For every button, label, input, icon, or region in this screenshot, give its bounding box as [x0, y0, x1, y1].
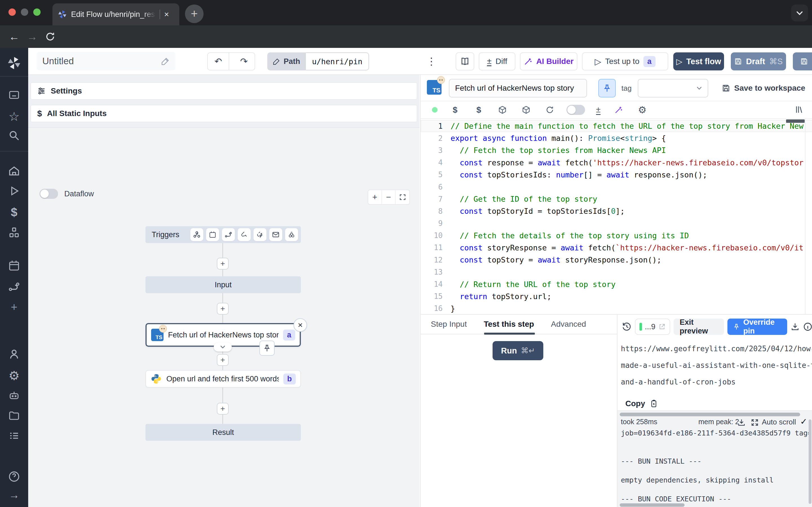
windmill-logo-icon[interactable] — [0, 56, 28, 70]
traffic-close-button[interactable] — [8, 8, 16, 16]
redo-button[interactable]: ↷ — [233, 53, 255, 70]
code-editor[interactable]: 1// Define the main function to fetch th… — [421, 119, 812, 314]
more-options-kebab-icon[interactable]: ⋮ — [423, 52, 440, 70]
code-line[interactable]: 3 // Fetch the top stories from Hacker N… — [421, 144, 812, 156]
package-icon[interactable] — [491, 106, 514, 114]
audit-logs-icon[interactable] — [0, 430, 28, 442]
new-tab-button[interactable]: + — [185, 4, 204, 23]
path-button[interactable]: Path u/henri/pin — [267, 52, 369, 70]
polling-trigger-icon[interactable] — [285, 228, 298, 241]
edit-title-pencil-icon[interactable] — [161, 57, 170, 65]
auto-scroll-checkmark-icon[interactable]: ✓ — [800, 416, 807, 427]
add-plus-icon[interactable]: + — [0, 301, 28, 314]
settings-gear-icon[interactable]: ⚙ — [0, 369, 28, 383]
forward-icon[interactable]: → — [23, 31, 41, 43]
reload-icon[interactable] — [538, 106, 562, 114]
tab-close-icon[interactable]: × — [164, 10, 169, 19]
variables-dollar-icon[interactable]: $ — [0, 206, 28, 219]
log-vertical-scrollbar[interactable] — [809, 419, 811, 504]
tab-search-button[interactable] — [791, 4, 808, 21]
info-icon[interactable] — [803, 322, 812, 332]
diff-mode-toggle[interactable] — [562, 105, 590, 115]
pin-toggle-button[interactable] — [598, 79, 616, 98]
flow-title-box[interactable]: Untitled — [37, 52, 175, 70]
download-logs-icon[interactable] — [737, 418, 746, 427]
editor-scrollbar[interactable] — [786, 119, 805, 123]
code-line[interactable]: 7 // Get the ID of the top story — [421, 193, 812, 205]
save-draft-button[interactable]: Draft ⌘S — [731, 52, 786, 70]
expand-logs-icon[interactable] — [751, 418, 759, 427]
input-node[interactable]: Input — [146, 276, 301, 293]
browser-tab[interactable]: Edit Flow u/henri/pin_results × — [52, 3, 179, 25]
undo-button[interactable]: ↶ — [208, 53, 229, 70]
code-line[interactable]: 6 — [421, 181, 812, 193]
diff-icon[interactable]: ± — [590, 105, 607, 115]
schedule-trigger-icon[interactable] — [206, 228, 219, 241]
workers-icon[interactable] — [0, 389, 28, 401]
editor-settings-gear-icon[interactable]: ⚙ — [630, 104, 654, 115]
flow-graph-canvas[interactable]: Dataflow + − Triggers + Input — [28, 127, 419, 507]
traffic-minimize-button[interactable] — [21, 8, 28, 16]
http-route-trigger-icon[interactable] — [222, 228, 235, 241]
dataflow-toggle[interactable] — [40, 189, 58, 199]
resources-dollar-icon[interactable]: $ — [467, 105, 491, 115]
log-horizontal-scrollbar[interactable] — [620, 413, 800, 416]
favorites-star-icon[interactable]: ☆ — [0, 109, 28, 124]
download-result-icon[interactable] — [791, 322, 800, 331]
triggers-node[interactable]: Triggers — [146, 226, 301, 243]
zoom-in-button[interactable]: + — [368, 190, 382, 204]
webhook-trigger-icon[interactable] — [190, 228, 203, 241]
result-node[interactable]: Result — [146, 424, 301, 441]
search-icon[interactable] — [0, 129, 28, 142]
flow-settings-row[interactable]: Settings — [31, 82, 417, 100]
back-icon[interactable]: ← — [5, 31, 23, 43]
history-icon[interactable] — [622, 322, 631, 332]
code-line[interactable]: 8 const topStoryId = topStoriesIds[0]; — [421, 205, 812, 217]
help-icon[interactable] — [0, 470, 28, 483]
code-line[interactable]: 11 const storyResponse = await fetch(`ht… — [421, 242, 812, 254]
code-line[interactable]: 5 const topStoriesIds: number[] = await … — [421, 169, 812, 181]
kafka-trigger-icon[interactable] — [253, 228, 266, 241]
exit-preview-button[interactable]: Exit preview — [673, 319, 724, 335]
run-button[interactable]: Run ⌘↵ — [493, 341, 543, 360]
fit-view-button[interactable] — [396, 190, 409, 204]
tag-select[interactable] — [638, 79, 708, 98]
package-icon[interactable] — [514, 106, 538, 114]
remove-step-button[interactable]: × — [294, 318, 307, 332]
auto-scroll-label[interactable]: Auto scroll — [762, 418, 796, 427]
zoom-out-button[interactable]: − — [382, 190, 396, 204]
all-static-inputs-row[interactable]: $ All Static Inputs — [31, 105, 417, 122]
code-line[interactable]: 1// Define the main function to fetch th… — [421, 120, 812, 132]
tab-advanced[interactable]: Advanced — [551, 314, 586, 334]
diff-button[interactable]: ± Diff — [479, 52, 515, 70]
save-to-workspace-button[interactable]: Save to workspace — [722, 79, 805, 98]
deploy-button[interactable]: Deploy — [793, 52, 812, 70]
add-step-button[interactable]: + — [217, 258, 229, 270]
code-line[interactable]: 4 const response = await fetch('https://… — [421, 157, 812, 169]
code-line[interactable]: 2export async function main(): Promise<s… — [421, 132, 812, 144]
ai-assistant-wand-icon[interactable] — [607, 106, 630, 114]
code-line[interactable]: 13 — [421, 266, 812, 278]
code-line[interactable]: 14 // Return the URL of the top story — [421, 278, 812, 290]
log-horizontal-scrollbar[interactable] — [620, 503, 684, 507]
email-trigger-icon[interactable] — [269, 228, 282, 241]
test-flow-button[interactable]: ▷ Test flow — [673, 52, 724, 70]
tab-step-input[interactable]: Step Input — [431, 314, 467, 334]
run-history-pill[interactable]: ...9 — [635, 319, 670, 335]
add-step-button[interactable]: + — [217, 403, 229, 414]
code-line[interactable]: 15 return topStory.url; — [421, 290, 812, 302]
override-pin-button[interactable]: Override pin — [727, 319, 787, 335]
websocket-trigger-icon[interactable] — [238, 228, 251, 241]
pin-step-button[interactable] — [259, 341, 274, 356]
test-up-to-button[interactable]: ▷ Test up to a — [582, 52, 668, 70]
code-line[interactable]: 12 const topStory = await storyResponse.… — [421, 254, 812, 266]
resources-cubes-icon[interactable] — [0, 226, 28, 239]
home-icon[interactable] — [0, 165, 28, 177]
code-line[interactable]: 10 // Fetch the details of the top story… — [421, 230, 812, 242]
ai-builder-button[interactable]: AI Builder — [520, 52, 577, 70]
folders-icon[interactable] — [0, 409, 28, 421]
apps-panel-icon[interactable] — [0, 89, 28, 101]
add-step-button[interactable]: + — [217, 303, 229, 315]
reload-icon[interactable] — [41, 32, 59, 42]
code-line[interactable]: 16} — [421, 302, 812, 314]
